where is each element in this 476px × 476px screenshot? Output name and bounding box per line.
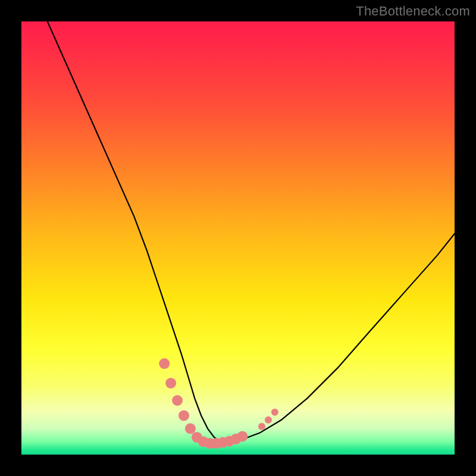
highlight-dot bbox=[159, 358, 170, 369]
outer-black-frame: TheBottleneck.com bbox=[0, 0, 476, 476]
highlight-dot bbox=[185, 423, 196, 434]
highlight-dot bbox=[172, 395, 183, 406]
highlight-dot bbox=[258, 423, 265, 430]
highlight-dot bbox=[271, 409, 278, 416]
highlight-dot bbox=[165, 378, 176, 389]
curve-layer bbox=[21, 21, 455, 455]
highlight-dot bbox=[265, 416, 272, 424]
highlight-dot bbox=[237, 431, 248, 441]
bottleneck-curve bbox=[48, 21, 455, 441]
watermark-text: TheBottleneck.com bbox=[356, 4, 470, 19]
highlight-marker-group bbox=[159, 358, 278, 449]
plot-area bbox=[21, 21, 455, 455]
highlight-dot bbox=[178, 410, 189, 421]
